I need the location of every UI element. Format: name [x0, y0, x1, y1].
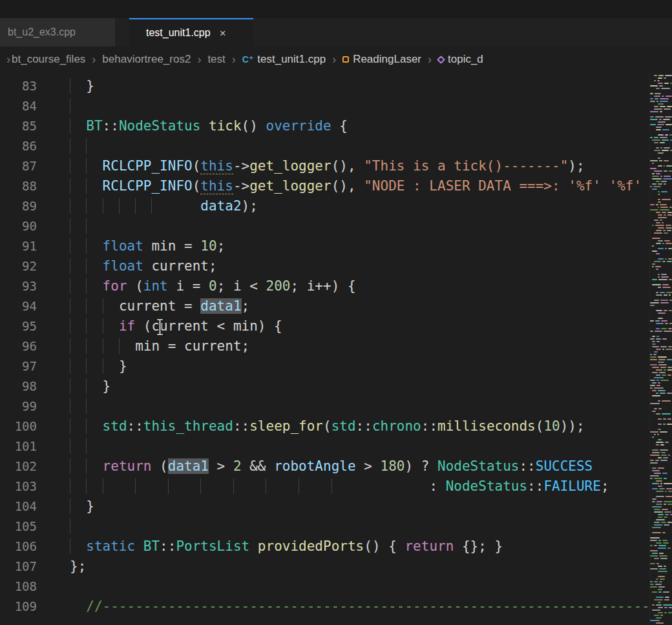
- minimap-row: [650, 116, 672, 118]
- code-line-99[interactable]: 99: [0, 396, 649, 416]
- tab-test_unit1-cpp[interactable]: test_unit1.cpp ×: [129, 18, 253, 46]
- code-line-88[interactable]: 88 RCLCPP_INFO(this->get_logger(), "NODE…: [0, 176, 649, 196]
- line-number[interactable]: 95: [0, 316, 50, 336]
- code-line-103[interactable]: 103 : NodeStatus::FAILURE;: [0, 476, 649, 497]
- breadcrumb-item-test[interactable]: test: [207, 53, 225, 66]
- minimap-row: [650, 212, 672, 213]
- breadcrumb-item-readinglaser[interactable]: ReadingLaser: [342, 53, 421, 66]
- minimap-row: [650, 467, 672, 469]
- line-number[interactable]: 86: [0, 136, 50, 156]
- code-line-96[interactable]: 96 min = current;: [0, 336, 649, 356]
- code-text: [50, 436, 103, 456]
- code-line-84[interactable]: 84: [0, 96, 649, 116]
- minimap-row: [650, 75, 672, 76]
- line-number[interactable]: 94: [0, 296, 50, 316]
- minimap-row: [650, 537, 672, 538]
- minimap-row: [650, 194, 672, 195]
- line-number[interactable]: 98: [0, 376, 50, 396]
- line-number[interactable]: 87: [0, 156, 50, 176]
- code-line-109[interactable]: 109 //----------------------------------…: [0, 597, 649, 617]
- code-area[interactable]: 83 }84 85 BT::NodeStatus tick() override…: [0, 72, 649, 625]
- minimap-row: [650, 421, 672, 422]
- minimap-row: [650, 393, 672, 394]
- line-number[interactable]: 101: [0, 436, 50, 456]
- code-text: float min = 10;: [50, 236, 225, 256]
- code-line-95[interactable]: 95 if (current < min) {: [0, 316, 649, 336]
- minimap-row: [650, 132, 672, 133]
- code-line-89[interactable]: 89 data2);: [0, 196, 649, 216]
- minimap-row: [650, 201, 672, 203]
- code-line-106[interactable]: 106 static BT::PortsList providedPorts()…: [0, 537, 649, 557]
- code-line-83[interactable]: 83 }: [0, 76, 649, 96]
- line-number[interactable]: 96: [0, 336, 50, 356]
- line-number[interactable]: 106: [0, 537, 50, 557]
- breadcrumb-item-test-unit1-cpp[interactable]: C⁺test_unit1.cpp: [242, 53, 326, 66]
- code-line-85[interactable]: 85 BT::NodeStatus tick() override {: [0, 116, 649, 136]
- minimap-row: [650, 447, 672, 448]
- code-line-105[interactable]: 105: [0, 517, 649, 537]
- code-line-101[interactable]: 101: [0, 436, 649, 456]
- code-text: static BT::PortsList providedPorts() { r…: [50, 537, 503, 557]
- minimap-row: [650, 359, 672, 360]
- minimap-row: [650, 238, 672, 239]
- line-number[interactable]: 84: [0, 96, 50, 116]
- minimap-row: [650, 581, 672, 582]
- line-number[interactable]: 109: [0, 597, 50, 617]
- tab-bt_u2_ex3-cpp[interactable]: bt_u2_ex3.cpp: [0, 18, 115, 46]
- minimap-row: [650, 568, 672, 569]
- code-text: [50, 96, 86, 116]
- line-number[interactable]: 92: [0, 256, 50, 276]
- line-number[interactable]: 83: [0, 76, 50, 96]
- line-number[interactable]: 104: [0, 497, 50, 517]
- code-line-94[interactable]: 94 current = data1;: [0, 296, 649, 316]
- minimap-row: [650, 535, 672, 536]
- minimap-row: [650, 589, 672, 590]
- breadcrumb-item-topic-d[interactable]: topic_d: [438, 53, 483, 66]
- minimap-row: [650, 204, 672, 205]
- code-line-102[interactable]: 102 return (data1 > 2 && robotAngle > 18…: [0, 456, 649, 476]
- line-number[interactable]: 89: [0, 196, 50, 216]
- chevron-right-icon: ›: [197, 53, 201, 67]
- breadcrumb-item-bt-course-files[interactable]: bt_course_files: [12, 53, 85, 66]
- minimap-row: [650, 124, 672, 125]
- line-number[interactable]: 97: [0, 356, 50, 376]
- code-line-90[interactable]: 90: [0, 216, 649, 236]
- breadcrumb-item-behaviortree-ros2[interactable]: behaviortree_ros2: [102, 53, 191, 66]
- minimap-row: [650, 282, 672, 283]
- minimap[interactable]: [649, 72, 672, 625]
- line-number[interactable]: 108: [0, 577, 50, 597]
- minimap-row: [650, 101, 672, 102]
- line-number[interactable]: 107: [0, 557, 50, 577]
- line-number[interactable]: 91: [0, 236, 50, 256]
- titlebar-strip: [0, 0, 672, 18]
- code-line-93[interactable]: 93 for (int i = 0; i < 200; i++) {: [0, 276, 649, 296]
- minimap-row: [650, 331, 672, 332]
- line-number[interactable]: 100: [0, 416, 50, 436]
- close-icon[interactable]: ×: [220, 28, 226, 39]
- line-number[interactable]: 85: [0, 116, 50, 136]
- line-number[interactable]: 102: [0, 456, 50, 476]
- minimap-row: [650, 253, 672, 254]
- code-line-91[interactable]: 91 float min = 10;: [0, 236, 649, 256]
- code-line-98[interactable]: 98 }: [0, 376, 649, 396]
- line-number[interactable]: 90: [0, 216, 50, 236]
- line-number[interactable]: 103: [0, 476, 50, 497]
- code-line-97[interactable]: 97 }: [0, 356, 649, 376]
- minimap-row: [650, 398, 672, 399]
- minimap-row: [650, 96, 672, 97]
- line-number[interactable]: 105: [0, 517, 50, 537]
- code-line-100[interactable]: 100 std::this_thread::sleep_for(std::chr…: [0, 416, 649, 436]
- line-number[interactable]: 99: [0, 396, 50, 416]
- code-line-108[interactable]: 108: [0, 577, 649, 597]
- code-line-92[interactable]: 92 float current;: [0, 256, 649, 276]
- editor-pane: 83 }84 85 BT::NodeStatus tick() override…: [0, 72, 672, 625]
- code-line-86[interactable]: 86: [0, 136, 649, 156]
- line-number[interactable]: 88: [0, 176, 50, 196]
- minimap-row: [650, 455, 672, 456]
- code-line-104[interactable]: 104 }: [0, 497, 649, 517]
- minimap-row: [650, 80, 672, 81]
- code-text: [50, 517, 86, 537]
- code-line-107[interactable]: 107};: [0, 557, 649, 577]
- code-line-87[interactable]: 87 RCLCPP_INFO(this->get_logger(), "This…: [0, 156, 649, 176]
- line-number[interactable]: 93: [0, 276, 50, 296]
